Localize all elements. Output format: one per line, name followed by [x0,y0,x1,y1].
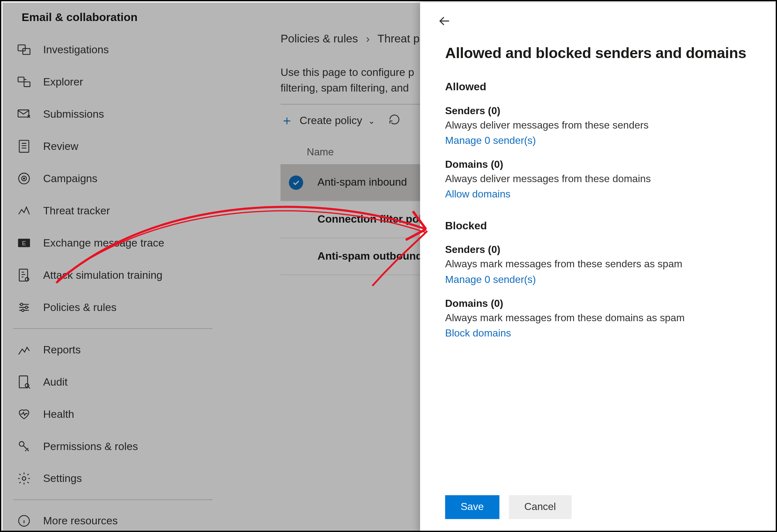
allowed-heading: Allowed [445,81,758,93]
blocked-domains-title: Domains (0) [445,298,758,310]
flyout-panel: Allowed and blocked senders and domains … [420,3,777,532]
blocked-domains-desc: Always mark messages from these domains … [445,312,758,324]
allowed-senders-desc: Always deliver messages from these sende… [445,120,758,131]
block-domains-link[interactable]: Block domains [445,328,758,339]
blocked-senders-title: Senders (0) [445,244,758,256]
blocked-heading: Blocked [445,220,758,232]
manage-allowed-senders-link[interactable]: Manage 0 sender(s) [445,135,758,147]
back-button[interactable] [437,13,454,31]
manage-blocked-senders-link[interactable]: Manage 0 sender(s) [445,274,758,286]
allow-domains-link[interactable]: Allow domains [445,189,758,200]
allowed-domains-title: Domains (0) [445,159,758,171]
panel-footer: Save Cancel [445,480,758,532]
allowed-senders-title: Senders (0) [445,105,758,117]
save-button[interactable]: Save [445,495,500,519]
allowed-domains-desc: Always deliver messages from these domai… [445,173,758,185]
cancel-button[interactable]: Cancel [509,495,571,519]
panel-title: Allowed and blocked senders and domains [445,44,758,62]
blocked-senders-desc: Always mark messages from these senders … [445,258,758,270]
